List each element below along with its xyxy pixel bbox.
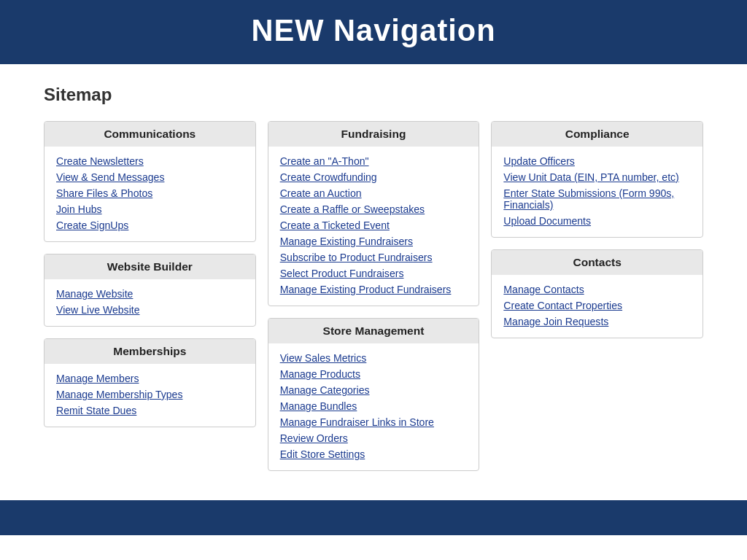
link-create-athon[interactable]: Create an "A-Thon" xyxy=(280,155,468,167)
link-review-orders[interactable]: Review Orders xyxy=(280,432,468,444)
link-manage-contacts[interactable]: Manage Contacts xyxy=(503,284,691,295)
link-edit-store-settings[interactable]: Edit Store Settings xyxy=(280,448,468,460)
fundraising-header: Fundraising xyxy=(268,122,479,147)
contacts-card: Contacts Manage Contacts Create Contact … xyxy=(491,249,703,338)
link-manage-categories[interactable]: Manage Categories xyxy=(280,384,468,396)
link-create-ticketed-event[interactable]: Create a Ticketed Event xyxy=(280,219,468,231)
link-share-files-photos[interactable]: Share Files & Photos xyxy=(56,187,244,199)
link-select-product-fundraisers[interactable]: Select Product Fundraisers xyxy=(280,268,468,279)
link-enter-state-submissions[interactable]: Enter State Submissions (Form 990s, Fina… xyxy=(503,187,691,211)
link-create-auction[interactable]: Create an Auction xyxy=(280,187,468,199)
link-manage-products[interactable]: Manage Products xyxy=(280,368,468,380)
link-view-sales-metrics[interactable]: View Sales Metrics xyxy=(280,352,468,364)
contacts-header: Contacts xyxy=(492,250,703,275)
bottom-footer xyxy=(0,500,747,535)
link-create-contact-properties[interactable]: Create Contact Properties xyxy=(503,300,691,311)
memberships-header: Memberships xyxy=(44,339,255,364)
communications-body: Create Newsletters View & Send Messages … xyxy=(44,147,255,241)
page-title: NEW Navigation xyxy=(0,13,747,48)
link-view-send-messages[interactable]: View & Send Messages xyxy=(56,171,244,183)
compliance-card: Compliance Update Officers View Unit Dat… xyxy=(491,121,703,238)
link-subscribe-product-fundraisers[interactable]: Subscribe to Product Fundraisers xyxy=(280,252,468,263)
link-create-newsletters[interactable]: Create Newsletters xyxy=(56,155,244,167)
link-view-live-website[interactable]: View Live Website xyxy=(56,304,244,316)
sitemap-title: Sitemap xyxy=(44,85,703,105)
compliance-body: Update Officers View Unit Data (EIN, PTA… xyxy=(492,147,703,237)
link-view-unit-data[interactable]: View Unit Data (EIN, PTA number, etc) xyxy=(503,171,691,183)
memberships-card: Memberships Manage Members Manage Member… xyxy=(44,338,256,427)
fundraising-card: Fundraising Create an "A-Thon" Create Cr… xyxy=(268,121,480,306)
link-remit-state-dues[interactable]: Remit State Dues xyxy=(56,405,244,416)
link-create-crowdfunding[interactable]: Create Crowdfunding xyxy=(280,171,468,183)
link-upload-documents[interactable]: Upload Documents xyxy=(503,215,691,227)
website-builder-card: Website Builder Manage Website View Live… xyxy=(44,254,256,327)
link-manage-existing-product-fundraisers[interactable]: Manage Existing Product Fundraisers xyxy=(280,284,468,295)
top-header: NEW Navigation xyxy=(0,0,747,64)
link-manage-website[interactable]: Manage Website xyxy=(56,288,244,300)
link-manage-fundraiser-links-store[interactable]: Manage Fundraiser Links in Store xyxy=(280,416,468,428)
compliance-header: Compliance xyxy=(492,122,703,147)
link-manage-members[interactable]: Manage Members xyxy=(56,373,244,384)
link-update-officers[interactable]: Update Officers xyxy=(503,155,691,167)
communications-header: Communications xyxy=(44,122,255,147)
link-create-signups[interactable]: Create SignUps xyxy=(56,219,244,231)
store-management-card: Store Management View Sales Metrics Mana… xyxy=(268,318,480,471)
link-manage-join-requests[interactable]: Manage Join Requests xyxy=(503,316,691,327)
website-builder-body: Manage Website View Live Website xyxy=(44,279,255,326)
link-join-hubs[interactable]: Join Hubs xyxy=(56,203,244,215)
communications-card: Communications Create Newsletters View &… xyxy=(44,121,256,242)
link-create-raffle[interactable]: Create a Raffle or Sweepstakes xyxy=(280,203,468,215)
store-management-header: Store Management xyxy=(268,319,479,343)
link-manage-bundles[interactable]: Manage Bundles xyxy=(280,400,468,412)
link-manage-membership-types[interactable]: Manage Membership Types xyxy=(56,389,244,400)
website-builder-header: Website Builder xyxy=(44,254,255,279)
contacts-body: Manage Contacts Create Contact Propertie… xyxy=(492,275,703,338)
link-manage-existing-fundraisers[interactable]: Manage Existing Fundraisers xyxy=(280,236,468,247)
memberships-body: Manage Members Manage Membership Types R… xyxy=(44,364,255,427)
fundraising-body: Create an "A-Thon" Create Crowdfunding C… xyxy=(268,147,479,306)
store-management-body: View Sales Metrics Manage Products Manag… xyxy=(268,343,479,470)
